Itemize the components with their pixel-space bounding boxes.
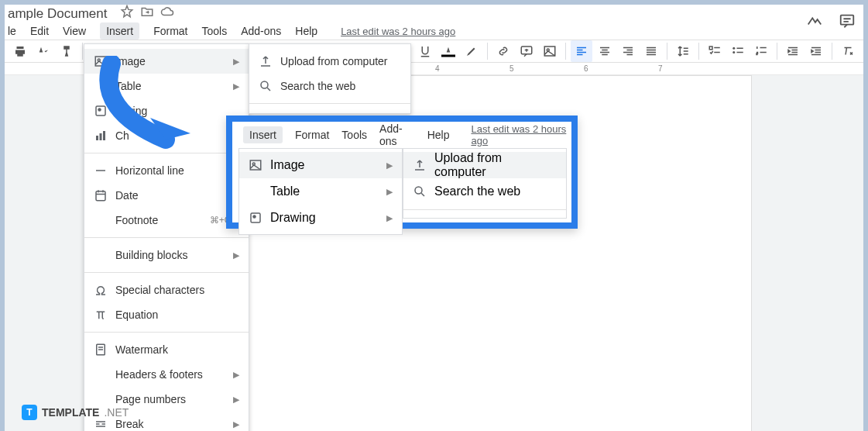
underline-icon[interactable] — [414, 40, 436, 62]
doc-title[interactable]: ample Document — [8, 6, 108, 22]
insert-watermark[interactable]: Watermark — [84, 337, 249, 362]
align-justify-icon[interactable] — [640, 40, 662, 62]
watermark-icon — [94, 343, 112, 357]
indent-icon[interactable] — [805, 40, 827, 62]
tutorial-arrow — [88, 56, 220, 157]
search-icon — [259, 79, 277, 93]
comment-icon[interactable] — [516, 40, 537, 62]
callout-menu-insert[interactable]: Insert — [243, 126, 283, 143]
line-spacing-icon[interactable] — [672, 40, 694, 62]
image-submenu: Upload from computer Search the web — [249, 43, 411, 114]
brand-icon: T — [22, 405, 37, 420]
menu-view[interactable]: View — [63, 25, 86, 37]
text-color-icon[interactable] — [437, 40, 459, 62]
drawing-icon — [249, 211, 267, 225]
chevron-right-icon: ▶ — [386, 213, 393, 223]
callout-menu-tools[interactable]: Tools — [341, 129, 367, 141]
align-left-icon[interactable] — [571, 40, 592, 62]
callout-menu-help[interactable]: Help — [427, 129, 450, 141]
chevron-right-icon: ▶ — [233, 395, 239, 405]
callout-menu-addons[interactable]: Add-ons — [379, 122, 415, 147]
chevron-right-icon: ▶ — [233, 250, 239, 260]
svg-rect-0 — [441, 55, 455, 57]
align-right-icon[interactable] — [617, 40, 639, 62]
chevron-right-icon: ▶ — [233, 419, 239, 429]
date-icon — [94, 188, 112, 202]
chevron-right-icon: ▶ — [386, 187, 393, 197]
callout-insert-dropdown: Image ▶ Table ▶ Drawing ▶ — [238, 148, 403, 235]
callout-insert-drawing[interactable]: Drawing ▶ — [239, 205, 402, 231]
insert-date[interactable]: Date — [84, 183, 249, 208]
menu-format[interactable]: Format — [153, 25, 187, 37]
callout-menu-format[interactable]: Format — [295, 129, 329, 141]
print-icon[interactable] — [9, 40, 31, 62]
menu-tools[interactable]: Tools — [201, 25, 227, 37]
pi-icon — [94, 308, 112, 322]
upload-icon — [413, 158, 431, 172]
insert-building-blocks[interactable]: Building blocks ▶ — [84, 243, 249, 267]
brand-watermark: T TEMPLATE.NET — [22, 405, 129, 420]
search-icon — [413, 184, 431, 198]
bullet-list-icon[interactable] — [727, 40, 749, 62]
clear-format-icon[interactable] — [837, 40, 859, 62]
menu-edit[interactable]: Edit — [30, 25, 49, 37]
svg-point-5 — [732, 47, 735, 50]
menu-addons[interactable]: Add-ons — [241, 25, 281, 37]
hline-icon — [94, 164, 112, 178]
outdent-icon[interactable] — [782, 40, 804, 62]
last-edit-link[interactable]: Last edit was 2 hours ago — [341, 26, 455, 37]
svg-point-22 — [415, 187, 422, 194]
highlight-icon[interactable] — [461, 40, 482, 62]
callout-insert-image[interactable]: Image ▶ — [239, 152, 402, 178]
insert-image-icon[interactable] — [539, 40, 561, 62]
paint-format-icon[interactable] — [56, 40, 77, 62]
callout-image-submenu: Upload from computer Search the web — [403, 148, 567, 219]
omega-icon — [94, 283, 112, 297]
callout-insert-table[interactable]: Table ▶ — [239, 178, 402, 205]
spellcheck-icon[interactable] — [33, 40, 54, 62]
main-menubar: le Edit View Insert Format Tools Add-ons… — [5, 22, 863, 40]
chevron-right-icon: ▶ — [233, 370, 239, 380]
image-icon — [249, 158, 267, 172]
callout-last-edit[interactable]: Last edit was 2 hours ago — [471, 123, 571, 147]
insert-special-chars[interactable]: Special characters — [84, 278, 249, 302]
svg-point-6 — [732, 51, 735, 53]
align-center-icon[interactable] — [594, 40, 616, 62]
insert-headers-footers[interactable]: Headers & footers ▶ — [84, 362, 249, 387]
activity-icon[interactable] — [806, 12, 823, 33]
insert-hline[interactable]: Horizontal line — [84, 158, 249, 183]
svg-rect-4 — [709, 47, 712, 50]
folder-move-icon[interactable] — [140, 5, 154, 22]
cloud-icon[interactable] — [160, 5, 174, 22]
chevron-right-icon: ▶ — [233, 81, 239, 91]
search-the-web[interactable]: Search the web — [249, 74, 410, 98]
menu-insert[interactable]: Insert — [100, 22, 139, 40]
callout-zoom: Insert Format Tools Add-ons Help Last ed… — [226, 116, 578, 229]
star-icon[interactable] — [120, 5, 134, 22]
comments-panel-icon[interactable] — [839, 12, 856, 33]
svg-rect-7 — [841, 16, 854, 25]
menu-file[interactable]: le — [8, 25, 16, 37]
svg-rect-15 — [96, 191, 105, 201]
number-list-icon[interactable] — [750, 40, 772, 62]
insert-equation[interactable]: Equation — [84, 302, 249, 327]
link-icon[interactable] — [492, 40, 514, 62]
insert-footnote[interactable]: Footnote ⌘+Opt — [84, 208, 249, 233]
callout-search-the-web[interactable]: Search the web — [403, 178, 566, 205]
svg-point-17 — [261, 81, 268, 88]
callout-upload-from-computer[interactable]: Upload from computer — [403, 152, 566, 178]
upload-icon — [259, 54, 277, 68]
upload-from-computer[interactable]: Upload from computer — [249, 49, 410, 74]
menu-help[interactable]: Help — [295, 25, 317, 37]
chevron-right-icon: ▶ — [233, 57, 239, 67]
chevron-right-icon: ▶ — [386, 160, 393, 171]
svg-point-21 — [252, 215, 256, 219]
checklist-icon[interactable] — [704, 40, 726, 62]
